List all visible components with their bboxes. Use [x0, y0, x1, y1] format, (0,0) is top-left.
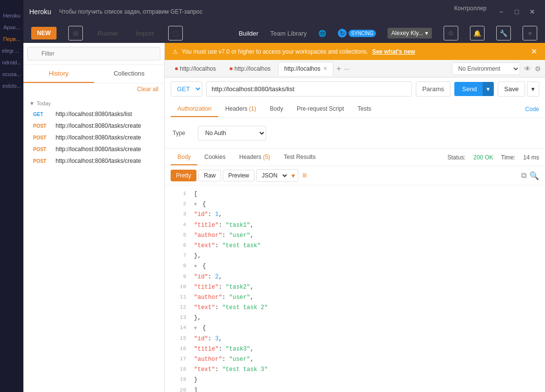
search-response-button[interactable]: 🔍	[529, 171, 539, 180]
tab-add-button[interactable]: +	[334, 64, 343, 73]
json-viewer: 1[2▼ {3 "id": 1,4 "title": "task1",5 "au…	[165, 185, 545, 392]
line-number: 11	[171, 293, 186, 302]
req-tab-authorization[interactable]: Authorization	[171, 101, 218, 117]
format-select[interactable]: JSON	[257, 170, 289, 181]
top-nav: NEW ⊞ Runner Import ⬚ Builder Team Libra…	[23, 23, 545, 43]
preview-button[interactable]: Preview	[223, 170, 254, 181]
wrench-icon-button[interactable]: 🔧	[496, 26, 511, 40]
req-tab-body[interactable]: Body	[263, 101, 290, 117]
history-item-3[interactable]: POST http://localhost:8080/tasks/create	[29, 143, 158, 155]
tab-more-button[interactable]: ···	[344, 65, 350, 73]
copy-button[interactable]: ⧉	[521, 171, 526, 180]
history-url-1: http://localhost:8080/tasks/create	[56, 122, 141, 129]
resp-tab-headers[interactable]: Headers (5)	[233, 150, 277, 165]
req-tab-tests[interactable]: Tests	[350, 101, 378, 117]
settings-env-icon[interactable]: ⚙	[535, 65, 541, 73]
sidebar-item-arhi[interactable]: Архи...	[0, 21, 23, 33]
request-tabs: Authorization Headers (1) Body Pre-reque…	[165, 100, 545, 118]
history-item-1[interactable]: POST http://localhost:8080/tasks/create	[29, 120, 158, 132]
search-wrap: 🔍	[27, 47, 160, 60]
response-tabs: Body Cookies Headers (5) Test Results St…	[165, 149, 545, 166]
tab-close-icon[interactable]: ✕	[323, 66, 327, 71]
save-button[interactable]: Save	[498, 81, 525, 97]
json-content: ▼ {	[194, 200, 206, 209]
send-dropdown-button[interactable]: ▾	[483, 82, 494, 96]
panel-icon-button[interactable]: ⬚	[168, 26, 183, 40]
warning-link[interactable]: See what's new	[372, 48, 415, 55]
sidebar-item-extclo[interactable]: extclo...	[0, 80, 23, 92]
globe-icon[interactable]: 🌐	[318, 30, 326, 37]
auth-section: Type No Auth	[165, 118, 545, 148]
req-tab-headers[interactable]: Headers (1)	[218, 101, 263, 117]
raw-button[interactable]: Raw	[198, 170, 221, 181]
sidebar-item-heroku[interactable]: Heroku	[0, 10, 23, 21]
warning-close-button[interactable]: ✕	[531, 47, 537, 56]
tab-history[interactable]: History	[23, 65, 94, 83]
json-toggle[interactable]: ▼	[194, 264, 197, 269]
resp-tab-test-results[interactable]: Test Results	[277, 150, 322, 165]
line-number: 12	[171, 303, 186, 312]
json-line: 17 "author": "user",	[165, 354, 545, 365]
resp-tab-cookies[interactable]: Cookies	[197, 150, 232, 165]
sidebar-item-elegar[interactable]: elegrar...	[0, 45, 23, 57]
history-url-4: http://localhost:8080/tasks/create	[56, 157, 141, 164]
runner-button[interactable]: Runner	[95, 28, 121, 39]
sidebar-item-ndroid[interactable]: ndroid...	[0, 57, 23, 68]
req-tab-pre-request[interactable]: Pre-request Script	[290, 101, 351, 117]
search-input[interactable]	[27, 47, 160, 60]
line-number: 8	[171, 262, 186, 271]
minimize-button[interactable]: −	[494, 5, 508, 19]
json-toggle[interactable]: ▼	[194, 326, 197, 331]
params-button[interactable]: Params	[416, 81, 450, 97]
json-content: "title": "task1",	[194, 221, 253, 230]
eye-icon[interactable]: 👁	[524, 65, 531, 73]
send-button[interactable]: Send	[454, 82, 485, 96]
layout-icon-button[interactable]: ⊞	[68, 26, 83, 40]
resp-tab-body[interactable]: Body	[171, 150, 197, 165]
format-dropdown-icon[interactable]: ▾	[289, 170, 298, 181]
tab-label-2: http://localhos	[284, 65, 320, 72]
history-item-4[interactable]: POST http://localhost:8080/tasks/create	[29, 155, 158, 167]
line-number: 19	[171, 375, 186, 384]
close-button[interactable]: ✕	[526, 5, 539, 19]
auth-type-select[interactable]: No Auth	[198, 126, 266, 140]
request-tab-2[interactable]: http://localhos ✕	[278, 62, 333, 76]
line-number: 6	[171, 241, 186, 250]
line-number: 3	[171, 210, 186, 219]
time-label: Time:	[501, 154, 516, 161]
nav-team-library[interactable]: Team Library	[270, 30, 307, 37]
import-button[interactable]: Import	[133, 28, 157, 39]
json-toggle[interactable]: ▼	[194, 202, 197, 207]
save-dropdown-button[interactable]: ▾	[527, 81, 539, 97]
nav-builder[interactable]: Builder	[239, 30, 258, 37]
json-line: 2▼ {	[165, 199, 545, 210]
content-area: 🔍 History Collections Clear all ▼ Today	[23, 43, 545, 392]
tab-collections[interactable]: Collections	[94, 65, 165, 83]
request-tab-0[interactable]: http://localhos	[169, 62, 222, 76]
date-label: Today	[37, 100, 51, 106]
pretty-button[interactable]: Pretty	[171, 170, 196, 181]
url-input[interactable]	[206, 81, 412, 97]
clear-all-button[interactable]: Clear all	[137, 86, 158, 93]
user-menu-button[interactable]: Alexey Kly... ▾	[388, 28, 432, 39]
bell-icon-button[interactable]: 🔔	[470, 26, 485, 40]
sidebar-item-ocusa[interactable]: ocusa...	[0, 68, 23, 80]
new-button[interactable]: NEW	[31, 27, 57, 39]
environment-select[interactable]: No Environment	[452, 62, 520, 75]
method-select[interactable]: GET	[171, 81, 202, 97]
json-line: 14▼ {	[165, 323, 545, 333]
tab-dot-0	[175, 67, 178, 70]
history-item-2[interactable]: POST http://localhost:8080/tasks/create	[29, 132, 158, 143]
topbar: Heroku Чтобы получить список задач, отпр…	[23, 0, 545, 23]
request-tab-1[interactable]: http://localhos	[223, 62, 277, 76]
heart-icon-button[interactable]: ♥	[523, 26, 537, 40]
sidebar-item-perv[interactable]: Перв...	[0, 33, 23, 45]
app-title: Heroku	[29, 8, 51, 16]
format-select-wrap: JSON ▾	[256, 169, 298, 182]
settings-icon-button[interactable]: ⚙	[444, 26, 458, 40]
method-badge-post-2: POST	[33, 135, 52, 140]
maximize-button[interactable]: □	[510, 5, 524, 19]
req-code-link[interactable]: Code	[525, 106, 539, 113]
history-item-0[interactable]: GET http://localhost:8080/tasks/list	[29, 108, 158, 120]
filter-icon[interactable]: ≡	[302, 171, 307, 180]
